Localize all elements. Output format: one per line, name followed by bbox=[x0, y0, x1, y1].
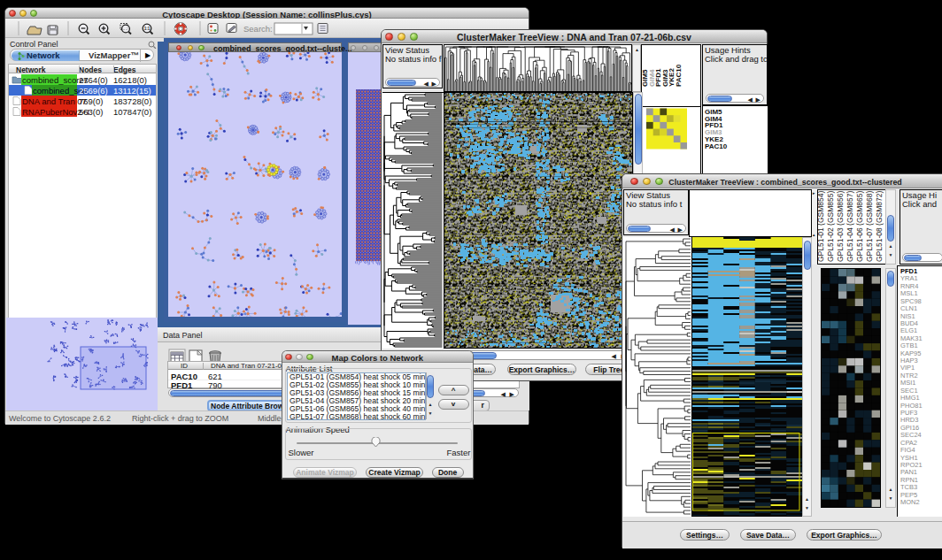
svg-text:1:1: 1:1 bbox=[144, 27, 151, 31]
svg-text:GPL51-03 (GSM856): GPL51-03 (GSM856) bbox=[836, 191, 845, 262]
svg-text:GPL51-01 (GSM854): GPL51-01 (GSM854) bbox=[818, 191, 825, 262]
svg-text:Search:: Search: bbox=[243, 24, 273, 34]
svg-text:GPL51-07 (GSM868): GPL51-07 (GSM868) bbox=[865, 191, 874, 262]
svg-text:GPL51-02 (GSM855): GPL51-02 (GSM855) bbox=[826, 191, 835, 262]
svg-text:GPL51-06 (GSM865): GPL51-06 (GSM865) bbox=[855, 191, 864, 262]
svg-text:GPL51-08 (GSM872): GPL51-08 (GSM872) bbox=[875, 191, 884, 262]
svg-text:GPL51-04 (GSM857): GPL51-04 (GSM857) bbox=[845, 191, 854, 262]
svg-text:PAC10: PAC10 bbox=[675, 64, 683, 87]
